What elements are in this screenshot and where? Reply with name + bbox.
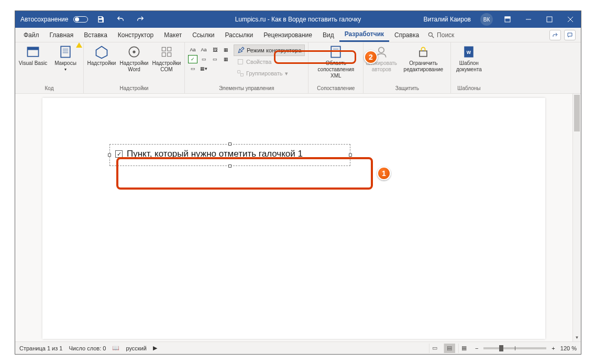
control-text[interactable]: Пункт, который нужно отметить галочкой 1 [127, 149, 303, 159]
tab-view[interactable]: Вид [317, 28, 339, 42]
print-layout-button[interactable]: ▤ [444, 344, 455, 353]
picture-ctrl[interactable]: 🖼 [210, 46, 219, 54]
date-ctrl[interactable]: ▦ [221, 55, 230, 63]
rich-text-ctrl[interactable]: Aa [188, 46, 197, 54]
group-button[interactable]: Группировать ▾ [234, 68, 305, 79]
xml-mapping-button[interactable]: Область сопоставления XML [312, 43, 360, 79]
redo-button[interactable] [133, 15, 148, 24]
search-label: Поиск [437, 31, 454, 39]
svg-rect-18 [168, 47, 171, 51]
macro-record-icon[interactable]: ▶ [153, 345, 157, 351]
content-control-selection[interactable]: ✓ Пункт, который нужно отметить галочкой… [109, 144, 350, 166]
annotation-badge-1: 1 [377, 167, 391, 180]
restrict-editing-button[interactable]: Ограничить редактирование [399, 43, 447, 73]
comments-button[interactable] [564, 30, 576, 40]
svg-point-27 [379, 47, 384, 53]
addins-button[interactable]: Надстройки [87, 43, 116, 67]
svg-line-7 [432, 36, 434, 38]
tab-design[interactable]: Конструктор [113, 28, 159, 42]
tab-review[interactable]: Рецензирование [258, 28, 317, 42]
group-mapping: Область сопоставления XML Сопоставление [308, 42, 363, 93]
svg-rect-28 [420, 51, 427, 57]
word-addins-button[interactable]: Надстройки Word [119, 43, 149, 73]
checkbox-ctrl-btn[interactable]: ✓ [188, 55, 197, 63]
properties-button[interactable]: Свойства [234, 56, 305, 68]
macros-button[interactable]: Макросы ▾ [51, 43, 80, 73]
titlebar: Автосохранение Lumpics.ru - Как в Ворде … [15, 11, 581, 28]
minimize-button[interactable] [518, 11, 539, 28]
resize-handle[interactable] [108, 153, 111, 157]
ribbon-tabs: Файл Главная Вставка Конструктор Макет С… [15, 28, 581, 42]
group-code: Visual Basic Макросы ▾ Код [15, 42, 84, 93]
com-addins-button[interactable]: Надстройки COM [152, 43, 181, 73]
tab-references[interactable]: Ссылки [187, 28, 219, 42]
visual-basic-button[interactable]: Visual Basic [18, 43, 48, 67]
design-mode-button[interactable]: Режим конструктора [234, 45, 305, 56]
group-addins: Надстройки Надстройки Word Надстройки CO… [84, 42, 185, 93]
legacy-ctrl[interactable]: ▦▾ [199, 64, 208, 73]
zoom-slider[interactable] [483, 347, 546, 349]
scroll-thumb[interactable] [574, 95, 580, 131]
document-template-button[interactable]: WШаблон документа [454, 43, 483, 73]
tab-mailings[interactable]: Рассылки [219, 28, 258, 42]
spellcheck-icon[interactable]: 📖 [112, 345, 119, 351]
zoom-out-button[interactable]: − [473, 345, 480, 351]
controls-gallery: Aa Aa 🖼 ▦ ✓ ▭ ▭ ▦ ▭ ▦▾ [188, 43, 230, 73]
building-block-ctrl[interactable]: ▦ [221, 46, 230, 54]
tab-help[interactable]: Справка [389, 28, 424, 42]
tab-layout[interactable]: Макет [159, 28, 187, 42]
web-layout-button[interactable]: ▦ [458, 344, 470, 353]
close-button[interactable] [560, 11, 581, 28]
resize-handle[interactable] [228, 142, 232, 146]
vertical-scrollbar[interactable]: ▼ [572, 94, 581, 341]
ribbon-display-button[interactable] [497, 11, 518, 28]
word-count[interactable]: Число слов: 0 [69, 345, 106, 351]
repeat-ctrl[interactable]: ▭ [188, 64, 197, 73]
status-bar: Страница 1 из 1 Число слов: 0 📖 русский … [15, 341, 581, 354]
language-indicator[interactable]: русский [126, 345, 146, 351]
save-button[interactable] [93, 15, 108, 24]
app-window: Автосохранение Lumpics.ru - Как в Ворде … [15, 10, 581, 355]
user-name[interactable]: Виталий Каиров [418, 16, 476, 23]
svg-point-16 [133, 50, 135, 53]
warning-icon [76, 42, 82, 48]
autosave-toggle[interactable] [73, 16, 88, 23]
autosave-label: Автосохранение [20, 16, 68, 23]
zoom-level[interactable]: 120 % [560, 345, 577, 351]
group-templates: WШаблон документа Шаблоны [451, 42, 487, 93]
svg-rect-17 [162, 47, 166, 51]
document-area[interactable]: ✓ Пункт, который нужно отметить галочкой… [15, 94, 581, 341]
combo-ctrl[interactable]: ▭ [199, 55, 208, 63]
svg-rect-23 [241, 74, 244, 76]
zoom-in-button[interactable]: + [549, 345, 557, 351]
resize-handle[interactable] [349, 153, 352, 157]
svg-marker-14 [96, 47, 107, 59]
user-avatar[interactable]: ВК [480, 13, 493, 26]
svg-rect-21 [238, 59, 243, 64]
svg-rect-22 [238, 71, 240, 73]
plain-text-ctrl[interactable]: Aa [199, 46, 208, 54]
svg-point-6 [428, 32, 432, 36]
read-mode-button[interactable]: ▭ [429, 344, 440, 353]
svg-rect-20 [168, 53, 171, 57]
maximize-button[interactable] [539, 11, 560, 28]
tab-developer[interactable]: Разработчик [339, 28, 389, 42]
scroll-down-arrow[interactable]: ▼ [573, 333, 581, 341]
page[interactable]: ✓ Пункт, который нужно отметить галочкой… [42, 98, 545, 339]
share-button[interactable] [549, 30, 561, 40]
group-controls: Aa Aa 🖼 ▦ ✓ ▭ ▭ ▦ ▭ ▦▾ [185, 42, 308, 93]
svg-rect-3 [547, 17, 552, 22]
annotation-badge-2: 2 [364, 50, 378, 64]
group-protect: Блокировать авторов Ограничить редактиро… [363, 42, 451, 93]
tab-insert[interactable]: Вставка [79, 28, 113, 42]
page-indicator[interactable]: Страница 1 из 1 [19, 345, 62, 351]
search-field[interactable]: Поиск [427, 31, 454, 39]
tab-file[interactable]: Файл [18, 28, 45, 42]
resize-handle[interactable] [228, 164, 232, 168]
svg-rect-24 [332, 47, 341, 58]
dropdown-ctrl[interactable]: ▭ [210, 55, 219, 63]
tab-home[interactable]: Главная [45, 28, 79, 42]
checkbox-control[interactable]: ✓ [115, 150, 123, 158]
undo-button[interactable] [113, 15, 128, 24]
svg-rect-19 [162, 53, 166, 57]
